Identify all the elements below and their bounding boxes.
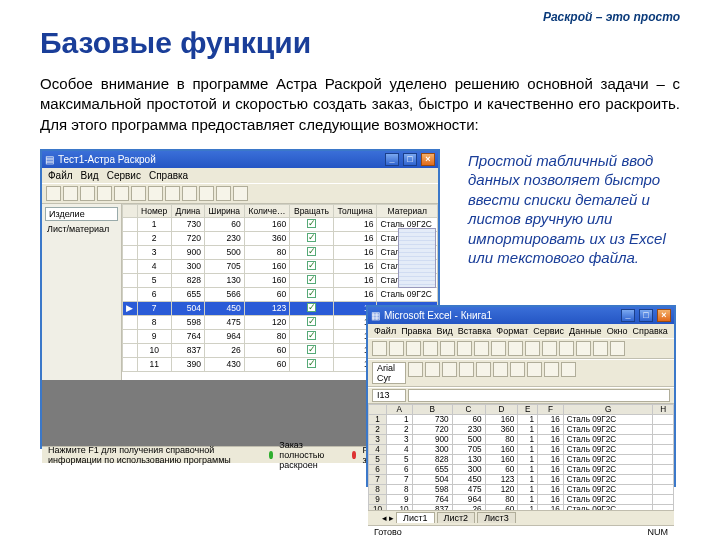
close-button[interactable]: × xyxy=(421,153,435,166)
table-row[interactable]: 22720230360116Сталь 09Г2С xyxy=(369,424,674,434)
toolbar-icon[interactable] xyxy=(131,186,146,201)
tab-nav-icon[interactable]: ▸ xyxy=(389,513,394,523)
excel-grid[interactable]: ABCDEFGH1173060160116Сталь 09Г2С22720230… xyxy=(368,404,674,510)
column-header[interactable]: Материал xyxy=(377,204,438,217)
toolbar-icon[interactable] xyxy=(457,341,472,356)
checkbox-icon[interactable] xyxy=(307,317,316,326)
toolbar-icon[interactable] xyxy=(148,186,163,201)
toolbar-icon[interactable] xyxy=(491,341,506,356)
toolbar-icon[interactable] xyxy=(493,362,508,377)
table-row[interactable]: 55828130160116Сталь 09Г2С xyxy=(369,454,674,464)
toolbar-icon[interactable] xyxy=(216,186,231,201)
menu-file[interactable]: Файл xyxy=(48,170,73,181)
table-row[interactable]: 3390050080116Сталь 09Г2С xyxy=(369,434,674,444)
toolbar-icon[interactable] xyxy=(527,362,542,377)
column-header[interactable]: A xyxy=(387,404,413,414)
side-header[interactable]: Изделие xyxy=(45,207,118,221)
checkbox-icon[interactable] xyxy=(307,331,316,340)
row-header[interactable]: 7 xyxy=(369,474,387,484)
toolbar-icon[interactable] xyxy=(165,186,180,201)
checkbox-icon[interactable] xyxy=(307,289,316,298)
sheet-tab[interactable]: Лист1 xyxy=(396,512,435,523)
row-header[interactable]: 3 xyxy=(369,434,387,444)
table-row[interactable]: 582813016016Сталь 09Г2С xyxy=(123,273,438,287)
menu-window[interactable]: Окно xyxy=(607,326,628,336)
minimize-button[interactable]: _ xyxy=(621,309,635,322)
checkbox-icon[interactable] xyxy=(307,261,316,270)
toolbar-icon[interactable] xyxy=(97,186,112,201)
toolbar-icon[interactable] xyxy=(408,362,423,377)
checkbox-icon[interactable] xyxy=(307,219,316,228)
checkbox-icon[interactable] xyxy=(307,345,316,354)
column-header[interactable]: E xyxy=(518,404,538,414)
menu-service[interactable]: Сервис xyxy=(107,170,141,181)
toolbar-icon[interactable] xyxy=(80,186,95,201)
table-row[interactable]: 39005008016Сталь 09Г2С xyxy=(123,245,438,259)
row-header[interactable]: 5 xyxy=(369,454,387,464)
column-header[interactable]: Толщина xyxy=(333,204,377,217)
table-row[interactable]: 272023036016Сталь 09Г2С xyxy=(123,231,438,245)
toolbar-icon[interactable] xyxy=(542,341,557,356)
toolbar-icon[interactable] xyxy=(406,341,421,356)
column-header[interactable]: B xyxy=(412,404,452,414)
column-header[interactable]: Длина xyxy=(171,204,204,217)
row-header[interactable]: 2 xyxy=(369,424,387,434)
toolbar-icon[interactable] xyxy=(46,186,61,201)
menu-view[interactable]: Вид xyxy=(81,170,99,181)
tab-nav-icon[interactable]: ◂ xyxy=(382,513,387,523)
minimize-button[interactable]: _ xyxy=(385,153,399,166)
table-row[interactable]: 66555666016Сталь 09Г2С xyxy=(123,287,438,301)
sheet-tab[interactable]: Лист2 xyxy=(437,512,476,523)
toolbar-icon[interactable] xyxy=(508,341,523,356)
toolbar-icon[interactable] xyxy=(389,341,404,356)
menu-view[interactable]: Вид xyxy=(437,326,453,336)
toolbar-icon[interactable] xyxy=(440,341,455,356)
toolbar-icon[interactable] xyxy=(525,341,540,356)
menu-edit[interactable]: Правка xyxy=(401,326,431,336)
column-header[interactable]: F xyxy=(538,404,564,414)
menu-insert[interactable]: Вставка xyxy=(458,326,491,336)
toolbar-icon[interactable] xyxy=(425,362,440,377)
menu-tools[interactable]: Сервис xyxy=(533,326,564,336)
maximize-button[interactable]: □ xyxy=(639,309,653,322)
row-header[interactable]: 4 xyxy=(369,444,387,454)
close-button[interactable]: × xyxy=(657,309,671,322)
column-header[interactable]: Количе… xyxy=(244,204,289,217)
column-header[interactable]: D xyxy=(485,404,518,414)
toolbar-icon[interactable] xyxy=(182,186,197,201)
row-header[interactable]: 9 xyxy=(369,494,387,504)
menu-file[interactable]: Файл xyxy=(374,326,396,336)
maximize-button[interactable]: □ xyxy=(403,153,417,166)
column-header[interactable]: H xyxy=(653,404,674,414)
toolbar-icon[interactable] xyxy=(476,362,491,377)
toolbar-icon[interactable] xyxy=(474,341,489,356)
toolbar-icon[interactable] xyxy=(459,362,474,377)
toolbar-icon[interactable] xyxy=(561,362,576,377)
column-header[interactable]: G xyxy=(563,404,653,414)
row-header[interactable]: 8 xyxy=(369,484,387,494)
formula-bar[interactable] xyxy=(408,389,670,402)
column-header[interactable]: Вращать xyxy=(290,204,334,217)
toolbar-icon[interactable] xyxy=(593,341,608,356)
table-row[interactable]: 9976496480116Сталь 09Г2С xyxy=(369,494,674,504)
checkbox-icon[interactable] xyxy=(307,275,316,284)
row-header[interactable]: 6 xyxy=(369,464,387,474)
toolbar-icon[interactable] xyxy=(372,341,387,356)
table-row[interactable]: 77504450123116Сталь 09Г2С xyxy=(369,474,674,484)
table-row[interactable]: 6665530060116Сталь 09Г2С xyxy=(369,464,674,474)
checkbox-icon[interactable] xyxy=(307,247,316,256)
menu-format[interactable]: Формат xyxy=(496,326,528,336)
toolbar-icon[interactable] xyxy=(544,362,559,377)
toolbar-icon[interactable] xyxy=(510,362,525,377)
menu-help[interactable]: Справка xyxy=(149,170,188,181)
font-box[interactable]: Arial Cyr xyxy=(372,362,406,384)
table-row[interactable]: 44300705160116Сталь 09Г2С xyxy=(369,444,674,454)
table-row[interactable]: 88598475120116Сталь 09Г2С xyxy=(369,484,674,494)
side-item[interactable]: Лист/материал xyxy=(45,223,118,235)
menu-data[interactable]: Данные xyxy=(569,326,602,336)
menu-help[interactable]: Справка xyxy=(633,326,668,336)
table-row[interactable]: 430070516016Сталь 09Г2С xyxy=(123,259,438,273)
checkbox-icon[interactable] xyxy=(307,303,316,312)
toolbar-icon[interactable] xyxy=(576,341,591,356)
toolbar-icon[interactable] xyxy=(559,341,574,356)
